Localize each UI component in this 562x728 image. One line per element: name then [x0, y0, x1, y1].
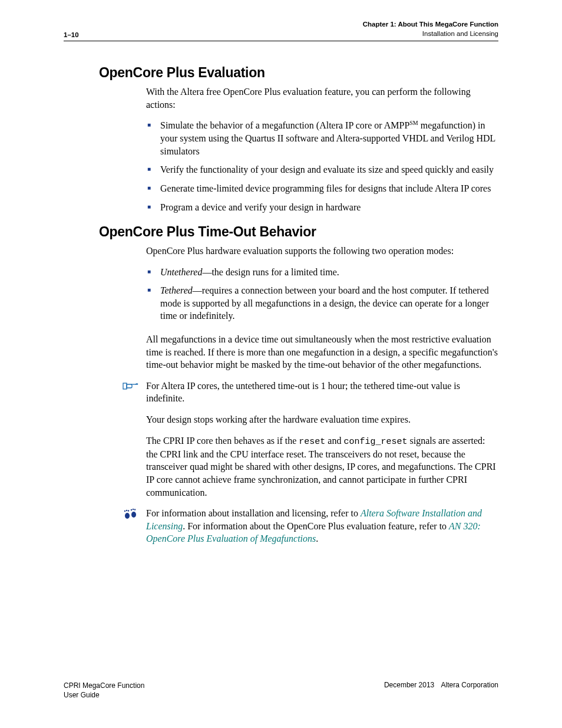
svg-point-4 — [126, 510, 127, 511]
section2-para1: All megafunctions in a device time out s… — [146, 333, 498, 371]
svg-point-5 — [128, 510, 129, 512]
footer-doc-title: CPRI MegaCore Function — [64, 681, 144, 690]
heading-opencore-plus-evaluation: OpenCore Plus Evaluation — [99, 65, 498, 81]
footer-doc-subtitle: User Guide — [64, 690, 144, 700]
svg-point-3 — [124, 510, 125, 512]
code-config-reset: config_reset — [343, 437, 407, 447]
section2-bullets: Untethered—the design runs for a limited… — [146, 266, 498, 322]
section1-bullets: Simulate the behavior of a megafunction … — [146, 119, 498, 213]
section2-intro: OpenCore Plus hardware evaluation suppor… — [146, 245, 498, 258]
text: . — [316, 533, 318, 543]
note1-text: For Altera IP cores, the untethered time… — [146, 380, 498, 405]
footer-right: December 2013 Altera Corporation — [384, 681, 498, 689]
svg-point-7 — [133, 509, 134, 510]
page-number: 1–10 — [64, 31, 79, 38]
code-reset: reset — [299, 437, 325, 447]
svg-rect-0 — [123, 383, 127, 389]
svg-point-1 — [125, 513, 130, 519]
section2-para3: The CPRI IP core then behaves as if the … — [146, 434, 498, 499]
text: The CPRI IP core then behaves as if the — [146, 436, 299, 446]
svg-point-2 — [131, 512, 136, 518]
section1-intro: With the Altera free OpenCore Plus evalu… — [146, 85, 498, 111]
feet-icon — [123, 507, 146, 545]
list-item: Tethered—requires a connection between y… — [146, 284, 498, 322]
note-feet: For information about installation and l… — [123, 507, 498, 545]
heading-opencore-plus-timeout: OpenCore Plus Time-Out Behavior — [99, 224, 498, 240]
text: and — [325, 436, 343, 446]
page-header: 1–10 Chapter 1: About This MegaCore Func… — [64, 20, 498, 41]
superscript-sm: SM — [409, 120, 418, 126]
section2-body-cont: Your design stops working after the hard… — [146, 413, 498, 499]
text: —the design runs for a limited time. — [202, 267, 339, 277]
list-item: Simulate the behavior of a megafunction … — [146, 119, 498, 157]
note2-text: For information about installation and l… — [146, 507, 498, 545]
note-hand: For Altera IP cores, the untethered time… — [123, 380, 498, 405]
section-title-small: Installation and Licensing — [363, 29, 498, 39]
section1-body: With the Altera free OpenCore Plus evalu… — [146, 85, 498, 213]
page-footer: CPRI MegaCore Function User Guide Decemb… — [64, 681, 498, 700]
text: . For information about the OpenCore Plu… — [183, 521, 449, 531]
chapter-title: Chapter 1: About This MegaCore Function — [363, 20, 498, 29]
text: For information about installation and l… — [146, 508, 361, 518]
footer-left: CPRI MegaCore Function User Guide — [64, 681, 144, 700]
list-item: Untethered—the design runs for a limited… — [146, 266, 498, 279]
svg-point-8 — [134, 509, 135, 510]
list-item: Generate time-limited device programming… — [146, 182, 498, 195]
section2-para2: Your design stops working after the hard… — [146, 413, 498, 426]
header-right: Chapter 1: About This MegaCore Function … — [363, 20, 498, 38]
svg-point-6 — [131, 509, 132, 510]
page: 1–10 Chapter 1: About This MegaCore Func… — [0, 0, 562, 728]
term-tethered: Tethered — [160, 285, 193, 295]
list-item: Verify the functionality of your design … — [146, 163, 498, 176]
hand-icon — [123, 380, 146, 405]
section2-body: OpenCore Plus hardware evaluation suppor… — [146, 245, 498, 371]
content: OpenCore Plus Evaluation With the Altera… — [64, 65, 498, 545]
term-untethered: Untethered — [160, 267, 202, 277]
text: —requires a connection between your boar… — [160, 285, 489, 321]
text: Simulate the behavior of a megafunction … — [160, 121, 409, 131]
list-item: Program a device and verify your design … — [146, 201, 498, 214]
